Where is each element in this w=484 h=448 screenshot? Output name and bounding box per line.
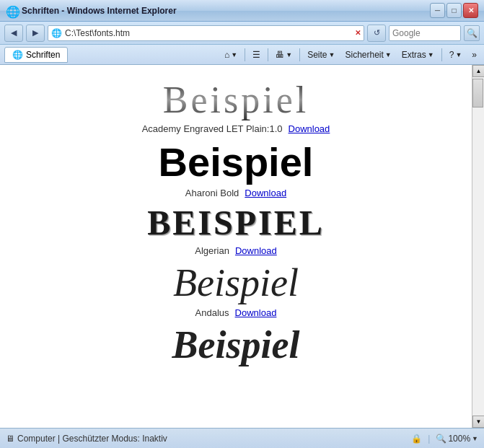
font-info-aharoni: Aharoni Bold Download xyxy=(29,188,443,198)
seite-label: Seite xyxy=(307,50,327,60)
zoom-icon: 🔍 xyxy=(436,434,446,444)
forward-button[interactable]: ▶ xyxy=(26,25,45,42)
help-button[interactable]: ? ▼ xyxy=(446,48,465,61)
status-computer-icon: 🖥 xyxy=(6,434,14,444)
address-bar: ◀ ▶ 🌐 C:\Test\fonts.htm ✕ ↺ 🔍 xyxy=(0,22,484,45)
scrollbar-thumb[interactable] xyxy=(472,79,483,107)
download-link-aharoni[interactable]: Download xyxy=(245,188,286,198)
font-info-andalus: Andalus Download xyxy=(29,307,443,318)
extras-chevron: ▼ xyxy=(428,51,434,58)
lock-icon: 🔒 xyxy=(411,434,422,444)
toolbar-separator-4 xyxy=(441,48,442,61)
download-link-algerian[interactable]: Download xyxy=(235,245,277,256)
tab-label: Schriften xyxy=(26,50,60,60)
more-button[interactable]: » xyxy=(469,48,480,61)
font-name-andalus: Andalus xyxy=(195,307,229,318)
font-entry-algerian: BEISPIEL Algerian Download xyxy=(29,204,443,256)
print-button[interactable]: 🖶 ▼ xyxy=(273,48,295,61)
extras-label: Extras xyxy=(402,50,426,60)
sicherheit-chevron: ▼ xyxy=(385,51,392,58)
font-sample-andalus: Beispiel xyxy=(29,262,443,304)
extras-menu[interactable]: Extras ▼ xyxy=(399,48,437,61)
feed-icon: ☰ xyxy=(252,50,260,60)
tab-icon: 🌐 xyxy=(12,50,23,60)
help-chevron: ▼ xyxy=(455,51,462,58)
minimize-button[interactable]: ─ xyxy=(430,3,445,18)
address-text: C:\Test\fonts.htm xyxy=(65,28,352,38)
toolbar: 🌐 Schriften ⌂ ▼ ☰ 🖶 ▼ Seite ▼ Sicherheit… xyxy=(0,45,484,65)
seite-menu[interactable]: Seite ▼ xyxy=(304,48,338,61)
status-text: Computer | Geschützter Modus: Inaktiv xyxy=(17,434,408,444)
font-entry-andalus: Beispiel Andalus Download xyxy=(29,262,443,318)
font-entry-academy: Beispiel Academy Engraved LET Plain:1.0 … xyxy=(29,79,443,134)
zoom-control[interactable]: 🔍 100% ▼ xyxy=(436,434,478,444)
font-entry-aharoni: Beispiel Aharoni Bold Download xyxy=(29,140,443,198)
back-button[interactable]: ◀ xyxy=(4,25,23,42)
browser-tab[interactable]: 🌐 Schriften xyxy=(4,47,68,63)
font-sample-academy: Beispiel xyxy=(29,79,443,120)
address-ie-icon: 🌐 xyxy=(51,28,62,38)
font-entry-next: Beispiel xyxy=(29,324,443,369)
separator-status: | xyxy=(428,434,430,444)
scrollbar: ▲ ▼ xyxy=(472,65,484,428)
toolbar-separator-3 xyxy=(299,48,300,61)
google-search-input[interactable] xyxy=(389,25,461,41)
toolbar-separator-2 xyxy=(268,48,268,61)
scrollbar-down-button[interactable]: ▼ xyxy=(472,416,484,428)
maximize-button[interactable]: □ xyxy=(446,3,462,18)
title-bar: 🌐 Schriften - Windows Internet Explorer … xyxy=(0,0,484,22)
scrollbar-track xyxy=(472,77,484,416)
help-icon: ? xyxy=(449,50,454,60)
font-info-academy: Academy Engraved LET Plain:1.0 Download xyxy=(29,123,443,134)
toolbar-separator-1 xyxy=(245,48,245,61)
home-chevron: ▼ xyxy=(231,51,237,58)
font-sample-aharoni: Beispiel xyxy=(29,140,443,185)
home-icon: ⌂ xyxy=(224,50,229,60)
address-clear-button[interactable]: ✕ xyxy=(355,29,361,37)
content-area: Beispiel Academy Engraved LET Plain:1.0 … xyxy=(0,65,472,428)
sicherheit-label: Sicherheit xyxy=(345,50,383,60)
zoom-chevron: ▼ xyxy=(472,435,478,442)
print-icon: 🖶 xyxy=(276,50,284,60)
font-name-algerian: Algerian xyxy=(195,245,229,256)
feed-button[interactable]: ☰ xyxy=(250,48,263,61)
font-sample-algerian: BEISPIEL xyxy=(29,204,443,242)
scrollbar-up-button[interactable]: ▲ xyxy=(472,65,484,77)
download-link-academy[interactable]: Download xyxy=(289,123,330,134)
refresh-button[interactable]: ↺ xyxy=(367,25,386,42)
status-right: 🔒 | 🔍 100% ▼ xyxy=(411,434,478,444)
zoom-label: 100% xyxy=(448,434,470,444)
window-controls: ─ □ ✕ xyxy=(430,3,478,18)
search-button[interactable]: 🔍 xyxy=(464,25,480,41)
address-input-wrap: 🌐 C:\Test\fonts.htm ✕ xyxy=(48,25,364,41)
toolbar-right: ⌂ ▼ ☰ 🖶 ▼ Seite ▼ Sicherheit ▼ Extras ▼ … xyxy=(221,48,480,61)
more-icon: » xyxy=(472,50,477,60)
seite-chevron: ▼ xyxy=(329,51,335,58)
font-sample-next: Beispiel xyxy=(29,324,443,366)
window-title: Schriften - Windows Internet Explorer xyxy=(22,6,430,16)
close-button[interactable]: ✕ xyxy=(463,3,478,18)
font-name-aharoni: Aharoni Bold xyxy=(185,188,239,198)
status-bar: 🖥 Computer | Geschützter Modus: Inaktiv … xyxy=(0,428,484,448)
sicherheit-menu[interactable]: Sicherheit ▼ xyxy=(342,48,394,61)
font-info-algerian: Algerian Download xyxy=(29,245,443,256)
font-name-academy: Academy Engraved LET Plain:1.0 xyxy=(142,123,283,134)
home-button[interactable]: ⌂ ▼ xyxy=(221,48,240,61)
browser-frame: Beispiel Academy Engraved LET Plain:1.0 … xyxy=(0,65,484,428)
print-chevron: ▼ xyxy=(286,51,292,58)
download-link-andalus[interactable]: Download xyxy=(235,307,277,318)
ie-icon: 🌐 xyxy=(6,5,17,17)
